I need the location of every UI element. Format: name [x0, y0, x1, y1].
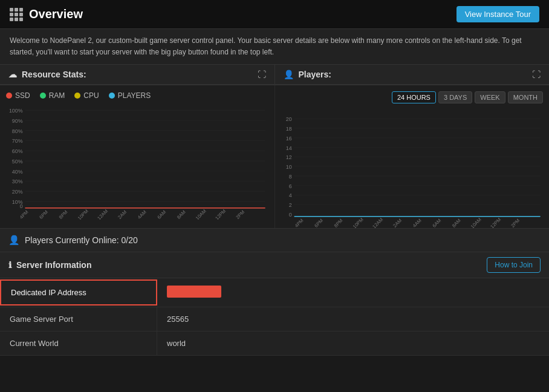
server-info-table: Dedicated IP Address Game Server Port 25…	[0, 278, 549, 356]
svg-text:80%: 80%	[12, 128, 23, 134]
svg-text:6: 6	[288, 183, 291, 189]
svg-text:12PM: 12PM	[214, 209, 227, 220]
svg-text:14: 14	[285, 145, 291, 151]
resource-stats-chart-container: SSD RAM CPU PLAYERS 100%	[0, 85, 275, 228]
ip-redacted-bar	[167, 286, 221, 298]
time-btn-week[interactable]: WEEK	[475, 91, 505, 103]
players-dot	[109, 93, 115, 99]
svg-text:8: 8	[288, 174, 291, 180]
legend-ssd: SSD	[6, 91, 30, 100]
svg-text:20: 20	[285, 117, 291, 123]
svg-text:4PM: 4PM	[19, 209, 30, 220]
svg-text:10PM: 10PM	[351, 217, 364, 229]
players-svg: 20 18 16 14 12 10 8 6 4 2 0	[281, 113, 544, 228]
svg-text:16: 16	[285, 136, 291, 142]
table-row: Current World world	[0, 332, 549, 356]
resource-stats-expand-icon[interactable]: ⛶	[258, 70, 266, 79]
table-row: Dedicated IP Address	[0, 278, 549, 307]
svg-text:8AM: 8AM	[176, 209, 187, 220]
svg-text:60%: 60%	[12, 149, 23, 155]
ram-label: RAM	[49, 91, 65, 100]
server-info-header: ℹ Server Information How to Join	[0, 252, 549, 278]
right-chart-header: 24 HOURS 3 DAYS WEEK MONTH	[281, 91, 544, 108]
svg-text:12: 12	[285, 155, 291, 161]
svg-text:8PM: 8PM	[58, 209, 69, 220]
legend-ram: RAM	[40, 91, 65, 100]
time-btn-3days[interactable]: 3 DAYS	[438, 91, 472, 103]
current-world-value: world	[157, 332, 195, 355]
charts-row: SSD RAM CPU PLAYERS 100%	[0, 85, 549, 228]
server-information: ℹ Server Information How to Join Dedicat…	[0, 252, 549, 356]
how-to-join-button[interactable]: How to Join	[487, 257, 541, 273]
svg-text:12AM: 12AM	[371, 217, 384, 229]
svg-text:30%: 30%	[12, 179, 23, 185]
svg-text:10AM: 10AM	[195, 209, 207, 220]
time-btn-month[interactable]: MONTH	[508, 91, 543, 103]
svg-text:6AM: 6AM	[431, 218, 442, 228]
svg-text:4AM: 4AM	[137, 209, 148, 220]
players-legend-label: PLAYERS	[118, 91, 151, 100]
time-buttons: 24 HOURS 3 DAYS WEEK MONTH	[392, 91, 543, 103]
ram-dot	[40, 93, 46, 99]
time-btn-24hours[interactable]: 24 HOURS	[392, 91, 436, 103]
cloud-icon: ☁	[8, 70, 17, 79]
table-row: Game Server Port 25565	[0, 307, 549, 332]
svg-text:4PM: 4PM	[293, 218, 304, 228]
svg-text:12PM: 12PM	[489, 217, 502, 229]
resource-stats-title: ☁ Resource Stats:	[8, 70, 86, 79]
svg-text:2AM: 2AM	[117, 209, 128, 220]
player-online-icon: 👤	[8, 235, 20, 246]
info-icon: ℹ	[8, 260, 11, 270]
svg-text:4AM: 4AM	[411, 218, 422, 228]
players-online-label: Players Currently Online: 0/20	[25, 235, 138, 245]
svg-text:8AM: 8AM	[450, 218, 461, 228]
svg-text:70%: 70%	[12, 139, 23, 145]
players-chart: 20 18 16 14 12 10 8 6 4 2 0	[281, 113, 544, 228]
players-icon: 👤	[284, 70, 294, 79]
svg-text:2: 2	[288, 202, 291, 208]
svg-text:2PM: 2PM	[510, 218, 521, 228]
svg-text:90%: 90%	[12, 118, 23, 124]
legend: SSD RAM CPU PLAYERS	[6, 91, 151, 100]
game-server-port-value: 25565	[157, 307, 198, 331]
legend-cpu: CPU	[74, 91, 99, 100]
svg-text:10AM: 10AM	[469, 217, 482, 229]
svg-text:40%: 40%	[12, 169, 23, 175]
svg-text:50%: 50%	[12, 158, 23, 165]
chart-header-row: SSD RAM CPU PLAYERS	[6, 91, 268, 105]
players-section-header: 👤 Players: ⛶	[275, 65, 550, 85]
players-section-title: 👤 Players:	[284, 70, 331, 79]
current-world-label: Current World	[0, 332, 157, 355]
svg-text:0: 0	[20, 203, 23, 209]
legend-players: PLAYERS	[109, 91, 151, 100]
svg-text:6AM: 6AM	[156, 209, 167, 220]
header: Overview View Instance Tour	[0, 0, 549, 29]
resource-stats-header: ☁ Resource Stats: ⛶	[0, 65, 275, 85]
view-instance-tour-button[interactable]: View Instance Tour	[456, 6, 539, 22]
resource-stats-svg: 100% 90% 80% 70% 60% 50% 40% 30% 20% 10%…	[6, 105, 268, 220]
cpu-dot	[74, 93, 80, 99]
ssd-label: SSD	[15, 91, 30, 100]
svg-text:6PM: 6PM	[313, 218, 324, 228]
page-title: Overview	[29, 7, 83, 21]
svg-text:18: 18	[285, 126, 291, 132]
players-chart-container: 24 HOURS 3 DAYS WEEK MONTH 20 18 16 14 1…	[275, 85, 550, 228]
svg-text:12AM: 12AM	[96, 209, 109, 220]
header-left: Overview	[10, 7, 83, 21]
players-expand-icon[interactable]: ⛶	[532, 70, 541, 79]
svg-text:100%: 100%	[9, 108, 23, 114]
ssd-dot	[6, 93, 12, 99]
svg-text:2PM: 2PM	[235, 209, 245, 220]
svg-text:10PM: 10PM	[77, 209, 89, 220]
svg-text:0: 0	[288, 212, 291, 218]
grid-icon	[10, 8, 23, 21]
svg-text:10: 10	[285, 164, 291, 170]
svg-text:6PM: 6PM	[38, 209, 49, 220]
dedicated-ip-label: Dedicated IP Address	[0, 279, 157, 305]
cpu-label: CPU	[83, 91, 99, 100]
players-online-bar: 👤 Players Currently Online: 0/20	[0, 228, 549, 252]
game-server-port-label: Game Server Port	[0, 307, 157, 331]
svg-text:2AM: 2AM	[392, 218, 403, 228]
dedicated-ip-value	[157, 278, 231, 307]
svg-text:8PM: 8PM	[333, 218, 343, 228]
